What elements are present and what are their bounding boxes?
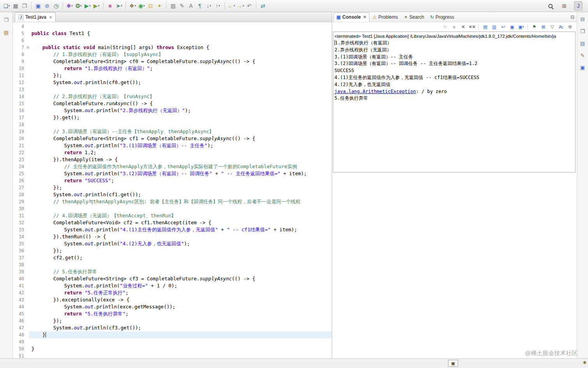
- line-number[interactable]: 14: [13, 93, 29, 100]
- forward-button[interactable]: →▾: [236, 1, 245, 11]
- remove-all-terminated-button[interactable]: ✕✕: [468, 23, 476, 30]
- word-wrap-button[interactable]: ↩: [499, 23, 507, 30]
- new-class-button[interactable]: ◉▾: [137, 1, 146, 11]
- open-type-button[interactable]: ⊡: [146, 1, 155, 11]
- line-number[interactable]: 16: [13, 107, 29, 114]
- code-line[interactable]: });: [29, 72, 332, 79]
- line-number[interactable]: 45: [13, 310, 29, 317]
- code-line[interactable]: }: [29, 331, 332, 338]
- code-line[interactable]: return "1.异步线程执行（有返回）";: [29, 65, 332, 72]
- line-number[interactable]: 25: [13, 170, 29, 177]
- open-console-button[interactable]: ▣▾: [517, 23, 525, 30]
- line-number[interactable]: 17: [13, 114, 29, 121]
- line-number[interactable]: 38: [13, 261, 29, 268]
- next-annotation-button[interactable]: ↓▾: [205, 1, 213, 11]
- open-console-button[interactable]: ▣: [34, 1, 42, 11]
- package-explorer-shortcut-button[interactable]: ▤: [2, 28, 10, 36]
- console-line[interactable]: 3.(1)回调场景（有返回）-- 主任务: [334, 54, 575, 61]
- code-line[interactable]: return "5.任务正常执行";: [29, 289, 332, 296]
- code-line[interactable]: CompletableFuture<String> cf3 = Completa…: [29, 275, 332, 282]
- line-number[interactable]: 44: [13, 303, 29, 310]
- code-line[interactable]: System.out.println("3.(2)回调场景（有返回）-- 回调任…: [29, 170, 332, 177]
- code-line[interactable]: [29, 338, 332, 345]
- show-annotations-button[interactable]: ✎: [178, 1, 186, 11]
- display-selected-console-button[interactable]: ▣: [508, 23, 516, 30]
- code-line[interactable]: return "SUCCESS";: [29, 177, 332, 184]
- last-edit-location-button[interactable]: ↶: [245, 1, 254, 11]
- console-status-icon[interactable]: ▣: [448, 360, 458, 367]
- code-line[interactable]: cf2.get();: [29, 254, 332, 261]
- console-line[interactable]: 4.(1)主任务的返回值作为入参，无返回值 -- cf1结果值=SUCCESS: [334, 74, 575, 81]
- code-line[interactable]: System.out.println(cf3.get());: [29, 324, 332, 331]
- close-icon[interactable]: ✕: [363, 15, 366, 19]
- line-number[interactable]: 19: [13, 128, 29, 135]
- back-button[interactable]: ←▾: [227, 1, 236, 11]
- templates-view-shortcut-button[interactable]: ▣: [579, 63, 586, 71]
- code-line[interactable]: }).exceptionally(exce -> {: [29, 296, 332, 303]
- link-with-editor-button[interactable]: ⇄: [259, 1, 267, 11]
- code-line[interactable]: [29, 86, 332, 93]
- console-settings-button[interactable]: ⚙: [566, 23, 574, 30]
- line-number[interactable]: 6: [13, 37, 29, 44]
- save-button[interactable]: ▦: [11, 1, 20, 11]
- code-line[interactable]: }).thenApply(item -> {: [29, 156, 332, 163]
- line-number[interactable]: 27: [13, 184, 29, 191]
- line-number[interactable]: 31: [13, 212, 29, 219]
- fold-collapse-icon[interactable]: ⊖: [26, 44, 29, 51]
- line-number[interactable]: 24: [13, 163, 29, 170]
- code-line[interactable]: });: [29, 247, 332, 254]
- code-line[interactable]: // 4.回调场景（无返回）【thenAccept、thenRun】: [29, 212, 332, 219]
- java-perspective-button[interactable]: J: [574, 1, 583, 11]
- code-line[interactable]: // 3.回调场景（有返回）--主任务【thenApply、thenApplyA…: [29, 128, 332, 135]
- console-line[interactable]: 2.异步线程执行（无返回）: [334, 47, 575, 54]
- line-number[interactable]: 33: [13, 226, 29, 233]
- show-whitespace-button[interactable]: ¶: [196, 1, 204, 11]
- code-line[interactable]: [29, 205, 332, 212]
- code-line[interactable]: // 2.异步线程执行（无返回）【runAsync】: [29, 93, 332, 100]
- console-hyperlink[interactable]: java.lang.ArithmeticException: [334, 89, 416, 94]
- line-number[interactable]: 12: [13, 79, 29, 86]
- line-number[interactable]: 23: [13, 156, 29, 163]
- line-number[interactable]: 11: [13, 72, 29, 79]
- line-number[interactable]: 22: [13, 149, 29, 156]
- code-line[interactable]: public class Test1 {: [29, 30, 332, 37]
- code-line[interactable]: [29, 261, 332, 268]
- code-line[interactable]: [29, 352, 332, 358]
- new-java-project-button[interactable]: ❖▾: [128, 1, 137, 11]
- run-button[interactable]: ▶▾: [83, 1, 92, 11]
- task-list-shortcut-button[interactable]: ✎: [579, 51, 586, 59]
- console-line[interactable]: 4.(2)无入参，也无返回值: [334, 81, 575, 88]
- code-line[interactable]: // thenApply与thenApplyAsync区别: 前者【主任务】和【…: [29, 198, 332, 205]
- line-number[interactable]: 51: [13, 352, 29, 358]
- profile-button[interactable]: ■: [106, 1, 114, 11]
- skip-all-breakpoints-button[interactable]: ⊘: [43, 1, 51, 11]
- restore-minimized-view-button[interactable]: ❐: [2, 16, 10, 24]
- new-wizard-button[interactable]: ❏▾: [2, 1, 11, 11]
- code-line[interactable]: });: [29, 317, 332, 324]
- code-line[interactable]: // 1.异步线程执行（有返回）【supplyAsync】: [29, 51, 332, 58]
- external-tools-button[interactable]: ✱▾: [65, 1, 74, 11]
- line-number[interactable]: 15: [13, 100, 29, 107]
- code-line[interactable]: System.out.println("业务过程=" + 1 / 0);: [29, 282, 332, 289]
- pin-console-button[interactable]: ⚑: [530, 23, 538, 30]
- line-number[interactable]: 20: [13, 135, 29, 142]
- code-line[interactable]: }: [29, 345, 332, 352]
- code-line[interactable]: System.out.println("4.(2)无入参，也无返回值");: [29, 240, 332, 247]
- previous-annotation-button[interactable]: ↑▾: [214, 1, 222, 11]
- code-line[interactable]: System.out.println(exce.getMessage());: [29, 303, 332, 310]
- code-line[interactable]: // 主任务的返回值作为thenApply方法入参，thenApply实际创建了…: [29, 163, 332, 170]
- code-line[interactable]: CompletableFuture<Void> cf2 = cf1.thenAc…: [29, 219, 332, 226]
- console-line[interactable]: 5.任务执行异常: [334, 95, 575, 102]
- remove-launch-button[interactable]: ✕: [459, 23, 467, 30]
- code-line[interactable]: // 5.任务执行异常: [29, 268, 332, 275]
- relaunch-button[interactable]: ↻: [441, 23, 449, 30]
- clear-console-button[interactable]: ⊠: [539, 23, 547, 30]
- code-line[interactable]: [29, 121, 332, 128]
- code-line[interactable]: System.out.println(cf0.get());: [29, 79, 332, 86]
- line-number[interactable]: 18: [13, 121, 29, 128]
- run-tool-button[interactable]: ➤▾: [115, 1, 123, 11]
- line-number[interactable]: 50: [13, 345, 29, 352]
- view-menu-icon[interactable]: ⊟: [570, 14, 574, 20]
- code-lines[interactable]: public class Test1 {public static void m…: [29, 22, 332, 358]
- line-number[interactable]: 9: [13, 58, 29, 65]
